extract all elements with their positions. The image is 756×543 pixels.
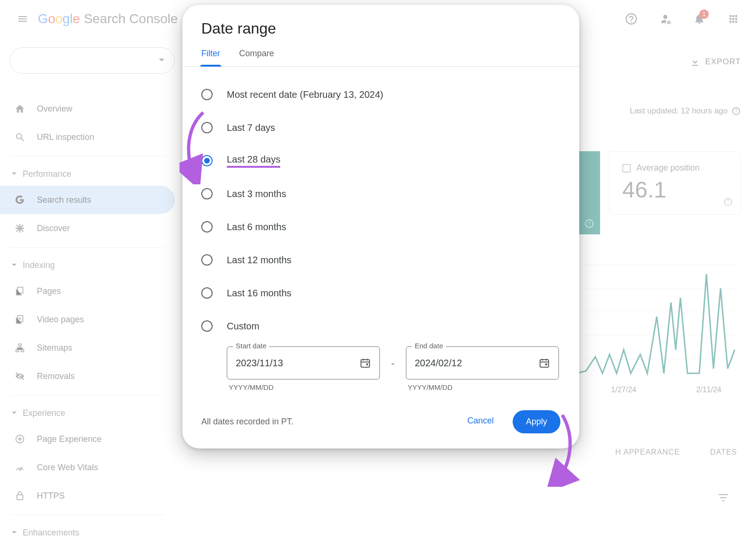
- apps-grid-icon: [728, 13, 739, 25]
- svg-text:?: ?: [588, 221, 591, 226]
- nav-core-web-vitals[interactable]: Core Web Vitals: [0, 453, 175, 482]
- nav-sitemaps[interactable]: Sitemaps: [0, 334, 175, 362]
- option-last-12-months[interactable]: Last 12 months: [201, 243, 560, 276]
- option-label: Last 3 months: [227, 189, 286, 199]
- caret-down-icon: [11, 531, 17, 535]
- end-date-label: End date: [412, 342, 446, 350]
- notifications-button[interactable]: 1: [688, 8, 711, 30]
- radio-icon: [201, 287, 213, 299]
- home-icon: [15, 103, 25, 114]
- tab-dates[interactable]: DATES: [710, 448, 737, 457]
- section-label: Enhancements: [23, 528, 79, 538]
- search-icon: [15, 132, 25, 142]
- speed-icon: [15, 462, 25, 473]
- visibility-off-icon: [15, 371, 25, 381]
- option-label: Last 16 months: [227, 288, 292, 299]
- option-last-7-days[interactable]: Last 7 days: [201, 111, 560, 144]
- nav-overview[interactable]: Overview: [0, 95, 175, 123]
- export-button[interactable]: EXPORT: [690, 57, 741, 67]
- section-enhancements[interactable]: Enhancements: [0, 521, 175, 543]
- end-date-input[interactable]: End date 2024/02/12: [406, 346, 559, 379]
- calendar-icon[interactable]: [360, 357, 371, 369]
- date-range-dialog: Date range Filter Compare Most recent da…: [182, 5, 579, 448]
- end-date-hint: YYYY/MM/DD: [406, 383, 559, 391]
- section-experience[interactable]: Experience: [0, 401, 175, 425]
- start-date-hint: YYYY/MM/DD: [227, 383, 380, 391]
- option-label: Last 28 days: [227, 154, 280, 168]
- tab-search-appearance[interactable]: H APPEARANCE: [615, 448, 679, 457]
- nav-page-experience[interactable]: Page Experience: [0, 425, 175, 453]
- svg-rect-13: [17, 495, 23, 500]
- option-last-3-months[interactable]: Last 3 months: [201, 177, 560, 210]
- date-range-separator: -: [389, 358, 396, 369]
- filter-list-icon: [717, 491, 730, 504]
- help-icon[interactable]: ?: [731, 106, 741, 116]
- last-updated-text: Last updated: 12 hours ago: [630, 106, 728, 116]
- caret-down-icon: [11, 263, 17, 267]
- caret-down-icon: [11, 172, 17, 176]
- help-icon[interactable]: ?: [584, 218, 594, 229]
- help-icon[interactable]: ?: [723, 197, 733, 207]
- radio-icon: [201, 188, 213, 199]
- caret-down-icon: [158, 58, 165, 63]
- option-last-28-days[interactable]: Last 28 days: [201, 144, 560, 177]
- nav-video-pages[interactable]: Video pages: [0, 305, 175, 334]
- option-label: Custom: [227, 321, 259, 332]
- svg-rect-6: [18, 344, 21, 346]
- nav-discover[interactable]: Discover: [0, 214, 175, 242]
- radio-icon: [201, 89, 213, 100]
- svg-rect-31: [366, 363, 368, 365]
- nav-removals[interactable]: Removals: [0, 362, 175, 390]
- option-label: Most recent date (February 13, 2024): [227, 89, 383, 100]
- svg-rect-27: [361, 360, 369, 367]
- start-date-label: Start date: [233, 342, 269, 350]
- nav-label: Video pages: [37, 315, 84, 325]
- apply-button[interactable]: Apply: [513, 410, 560, 433]
- nav-label: Pages: [37, 286, 61, 296]
- svg-line-3: [21, 138, 24, 141]
- google-logo: Google: [38, 11, 80, 26]
- account-settings-button[interactable]: [654, 8, 677, 30]
- svg-text:?: ?: [727, 199, 730, 204]
- option-label: Last 12 months: [227, 255, 292, 266]
- apps-button[interactable]: [722, 8, 745, 30]
- nav-label: Discover: [37, 224, 70, 233]
- metric-average-position[interactable]: Average position 46.1 ?: [609, 151, 741, 215]
- cancel-button[interactable]: Cancel: [460, 410, 501, 433]
- nav-search-results[interactable]: Search results: [0, 186, 175, 214]
- video-pages-icon: [15, 314, 25, 325]
- option-last-6-months[interactable]: Last 6 months: [201, 210, 560, 243]
- person-gear-icon: [659, 13, 671, 25]
- plus-circle-icon: [15, 434, 25, 444]
- start-date-value: 2023/11/13: [236, 358, 283, 369]
- nav-label: Core Web Vitals: [37, 463, 98, 473]
- option-last-16-months[interactable]: Last 16 months: [201, 276, 560, 310]
- nav-url-inspection[interactable]: URL inspection: [0, 123, 175, 151]
- radio-icon: [201, 221, 213, 233]
- option-label: Last 7 days: [227, 122, 275, 133]
- nav-pages[interactable]: Pages: [0, 277, 175, 305]
- section-performance[interactable]: Performance: [0, 162, 175, 186]
- start-date-input[interactable]: Start date 2023/11/13: [227, 346, 380, 379]
- filter-button[interactable]: [717, 491, 730, 506]
- product-name: Search Console: [84, 11, 178, 26]
- option-custom[interactable]: Custom: [201, 310, 560, 343]
- nav-label: HTTPS: [37, 491, 65, 501]
- checkbox-icon[interactable]: [622, 164, 631, 172]
- radio-icon: [201, 320, 213, 332]
- menu-button[interactable]: [11, 8, 34, 30]
- pages-icon: [15, 286, 25, 296]
- option-label: Last 6 months: [227, 222, 286, 233]
- svg-point-1: [668, 21, 670, 23]
- nav-https[interactable]: HTTPS: [0, 482, 175, 510]
- dialog-title: Date range: [182, 5, 579, 49]
- help-button[interactable]: [620, 8, 643, 30]
- property-selector[interactable]: [9, 47, 175, 74]
- section-indexing[interactable]: Indexing: [0, 253, 175, 277]
- metric-value: 46.1: [622, 177, 727, 203]
- option-most-recent[interactable]: Most recent date (February 13, 2024): [201, 78, 560, 111]
- calendar-icon[interactable]: [539, 357, 550, 369]
- tab-filter[interactable]: Filter: [201, 49, 220, 66]
- nav-label: Overview: [37, 104, 72, 114]
- tab-compare[interactable]: Compare: [239, 49, 274, 66]
